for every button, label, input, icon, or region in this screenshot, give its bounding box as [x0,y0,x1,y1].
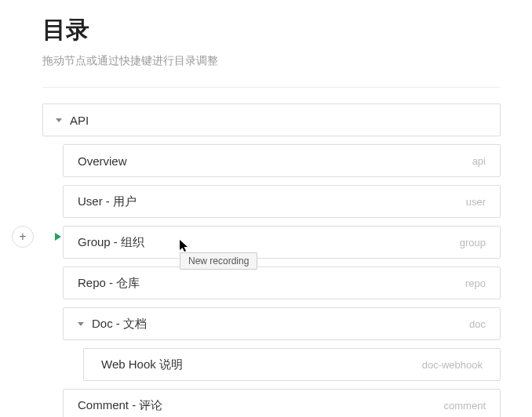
insert-position-marker [55,233,61,241]
plus-icon: + [19,230,26,244]
toc-tree: API Overview api User - 用户 user Group - … [42,103,501,417]
page-subtitle: 拖动节点或通过快捷键进行目录调整 [42,54,501,68]
node-label: Group - 组织 [78,235,144,250]
tree-node-api[interactable]: API [42,103,501,136]
node-slug: group [460,237,486,248]
tree-node-comment[interactable]: Comment - 评论 comment [63,389,501,417]
divider [42,87,501,88]
node-label: Doc - 文档 [92,317,147,332]
node-label: Overview [78,154,127,168]
flag-icon [55,233,61,241]
cursor-tooltip: New recording [180,252,257,270]
tree-node-doc[interactable]: Doc - 文档 doc [63,307,501,340]
node-slug: repo [465,277,486,289]
node-slug: user [466,196,486,208]
node-label: Comment - 评论 [78,398,162,413]
node-slug: api [472,155,486,167]
tree-node-webhook[interactable]: Web Hook 说明 doc-webhook [83,348,501,381]
tree-node-group[interactable]: Group - 组织 group [63,226,501,259]
caret-down-icon [56,117,62,123]
node-slug: comment [444,400,486,412]
tree-node-user[interactable]: User - 用户 user [63,185,501,218]
add-node-button[interactable]: + [12,226,34,248]
page-title: 目录 [42,14,501,46]
node-slug: doc [469,318,486,330]
node-label: API [70,114,89,127]
tree-node-repo[interactable]: Repo - 仓库 repo [63,267,501,299]
node-slug: doc-webhook [422,359,483,371]
caret-down-icon [78,321,84,327]
node-label: Repo - 仓库 [78,276,140,291]
node-label: User - 用户 [78,194,137,209]
node-label: Web Hook 说明 [101,357,183,372]
tree-node-overview[interactable]: Overview api [63,144,501,177]
tooltip-text: New recording [188,256,249,267]
